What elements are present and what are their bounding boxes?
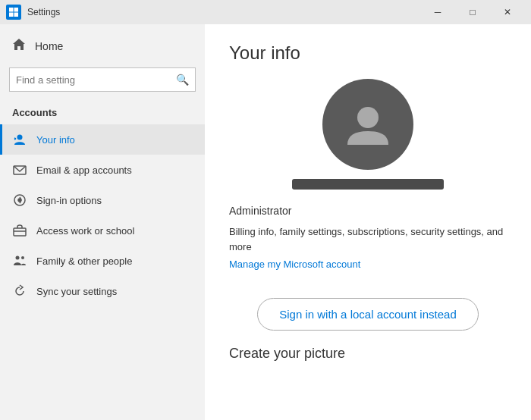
create-picture-title: Create your picture [229, 346, 507, 362]
svg-line-6 [14, 138, 16, 139]
sidebar-item-label: Your info [36, 134, 75, 146]
sidebar-item-sign-in-options[interactable]: Sign-in options [0, 185, 205, 215]
family-icon [12, 253, 27, 268]
sidebar-item-label: Access work or school [36, 225, 134, 237]
sidebar-item-home[interactable]: Home [0, 30, 205, 61]
svg-rect-0 [9, 8, 14, 12]
main-content: Your info Administrator Billing info, fa… [205, 24, 531, 420]
email-icon [12, 162, 27, 177]
sidebar-item-access-work[interactable]: Access work or school [0, 215, 205, 246]
sidebar-item-email-accounts[interactable]: Email & app accounts [0, 155, 205, 185]
titlebar: Settings ─ □ ✕ [0, 0, 531, 24]
sign-in-icon [12, 193, 27, 208]
avatar-section [229, 79, 507, 190]
svg-point-13 [21, 256, 24, 259]
briefcase-icon [12, 223, 27, 238]
sidebar-item-label: Sign-in options [36, 195, 102, 206]
sidebar-item-family[interactable]: Family & other people [0, 246, 205, 276]
avatar [322, 79, 413, 170]
window-title: Settings [27, 7, 420, 17]
home-icon [12, 38, 26, 54]
svg-rect-10 [14, 228, 26, 236]
minimize-button[interactable]: ─ [420, 0, 455, 24]
svg-point-12 [16, 256, 20, 260]
search-icon: 🔍 [176, 74, 189, 86]
app-icon [6, 5, 21, 20]
manage-microsoft-account-link[interactable]: Manage my Microsoft account [229, 259, 360, 270]
sidebar-item-label: Email & app accounts [36, 165, 132, 176]
your-info-icon [12, 132, 27, 147]
svg-rect-3 [14, 13, 19, 17]
billing-info: Billing info, family settings, subscript… [229, 224, 507, 254]
sign-in-local-account-button[interactable]: Sign in with a local account instead [257, 298, 478, 331]
avatar-bar [292, 179, 444, 190]
sync-icon [12, 284, 27, 299]
sidebar-item-label: Family & other people [36, 255, 132, 267]
svg-rect-2 [9, 13, 14, 17]
home-label: Home [35, 40, 63, 52]
sidebar-item-sync[interactable]: Sync your settings [0, 276, 205, 306]
sidebar: Home 🔍 Accounts Your info [0, 24, 205, 420]
svg-point-4 [17, 135, 23, 140]
window-controls: ─ □ ✕ [420, 0, 525, 24]
search-input[interactable] [16, 74, 176, 86]
accounts-section-title: Accounts [0, 104, 205, 124]
search-box: 🔍 [9, 67, 196, 92]
close-button[interactable]: ✕ [490, 0, 525, 24]
sidebar-item-label: Sync your settings [36, 286, 117, 297]
sidebar-item-your-info[interactable]: Your info [0, 124, 205, 155]
svg-point-14 [357, 107, 379, 128]
svg-point-9 [18, 199, 21, 202]
user-name: Administrator [229, 205, 507, 217]
maximize-button[interactable]: □ [455, 0, 490, 24]
svg-rect-1 [14, 8, 19, 12]
app-body: Home 🔍 Accounts Your info [0, 24, 531, 420]
page-title: Your info [229, 42, 507, 64]
